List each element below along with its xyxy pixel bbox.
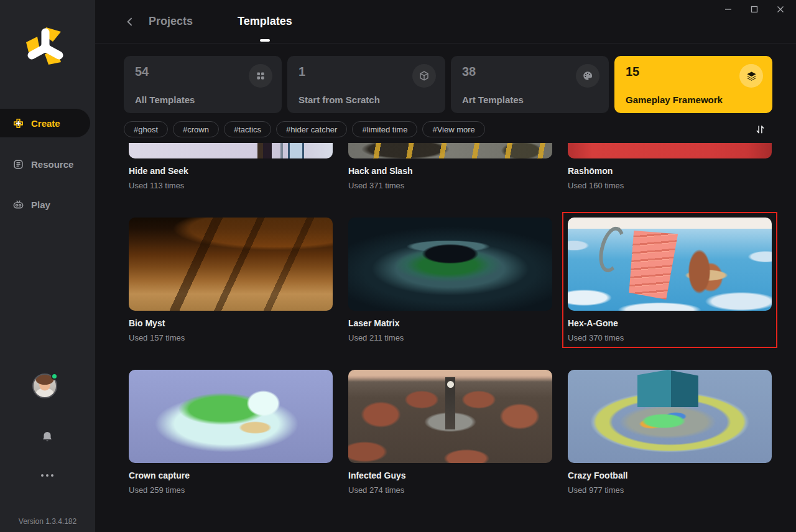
resource-box-icon	[12, 158, 24, 170]
template-title: Rashōmon	[568, 166, 772, 176]
template-thumbnail	[348, 218, 552, 311]
template-used-count: Used 370 times	[568, 333, 772, 342]
template-card-hack-slash[interactable]: Hack and Slash Used 371 times	[348, 143, 552, 190]
tag-chip-view-more[interactable]: #View more	[422, 121, 484, 137]
template-used-count: Used 211 times	[348, 333, 552, 342]
template-title: Crazy Football	[568, 470, 772, 480]
template-title: Hex-A-Gone	[568, 318, 772, 328]
filter-card-art-templates[interactable]: 38 Art Templates	[451, 56, 609, 113]
sidebar: Create Resource Play Version 1.3.4.182	[0, 0, 95, 532]
grid-icon	[249, 64, 272, 88]
template-used-count: Used 113 times	[129, 181, 333, 190]
app-logo-icon	[24, 26, 67, 70]
template-title: Hack and Slash	[348, 166, 552, 176]
minimize-icon	[724, 6, 732, 13]
maximize-button[interactable]	[741, 2, 767, 17]
filter-label: All Templates	[135, 94, 195, 105]
minimize-button[interactable]	[715, 2, 741, 17]
sidebar-item-label: Resource	[31, 159, 73, 170]
template-card-crazy-football[interactable]: Crazy Football Used 977 times	[568, 370, 772, 495]
tab-projects[interactable]: Projects	[149, 0, 193, 44]
notifications-button[interactable]	[38, 428, 57, 446]
template-card-bio-myst[interactable]: Bio Myst Used 157 times	[129, 218, 333, 342]
filter-card-all-templates[interactable]: 54 All Templates	[124, 56, 282, 113]
app-window: Create Resource Play Version 1.3.4.182	[0, 0, 796, 532]
top-navigation: Projects Templates	[95, 0, 796, 44]
tab-templates[interactable]: Templates	[238, 0, 292, 44]
sidebar-item-resource[interactable]: Resource	[0, 150, 90, 178]
template-card-hex-a-gone[interactable]: Hex-A-Gone Used 370 times	[568, 218, 772, 342]
template-thumbnail	[568, 143, 772, 158]
template-title: Crown capture	[129, 470, 333, 480]
sort-arrows-icon	[754, 124, 766, 135]
user-avatar[interactable]	[32, 374, 57, 398]
create-plus-icon	[12, 117, 24, 129]
template-thumbnail	[348, 143, 552, 158]
content-area: 54 All Templates 1 Start from Scratch 38…	[95, 56, 796, 495]
template-thumbnail	[348, 370, 552, 463]
template-title: Bio Myst	[129, 318, 333, 328]
close-icon	[777, 6, 784, 13]
tag-chip-ghost[interactable]: #ghost	[124, 121, 168, 137]
template-used-count: Used 371 times	[348, 181, 552, 190]
template-card-hide-seek[interactable]: Hide and Seek Used 113 times	[129, 143, 333, 190]
template-title: Hide and Seek	[129, 166, 333, 176]
active-tab-indicator	[260, 39, 270, 42]
chevron-left-icon	[124, 16, 136, 28]
template-used-count: Used 274 times	[348, 485, 552, 495]
more-options-button[interactable]	[35, 470, 60, 480]
tag-chip-crown[interactable]: #crown	[173, 121, 219, 137]
back-button[interactable]	[123, 14, 137, 29]
template-used-count: Used 157 times	[129, 333, 333, 342]
template-used-count: Used 160 times	[568, 181, 772, 190]
template-card-crown-capture[interactable]: Crown capture Used 259 times	[129, 370, 333, 495]
cube-icon	[412, 64, 436, 88]
version-label: Version 1.3.4.182	[0, 517, 95, 526]
template-thumbnail	[129, 218, 333, 311]
play-goggles-icon	[12, 199, 24, 211]
ellipsis-icon	[41, 474, 44, 477]
layers-icon	[739, 64, 763, 88]
tag-chip-limited-time[interactable]: #limited time	[352, 121, 417, 137]
tag-chip-hider-catcher[interactable]: #hider catcher	[276, 121, 347, 137]
palette-icon	[576, 64, 599, 88]
filter-card-row: 54 All Templates 1 Start from Scratch 38…	[124, 56, 796, 113]
template-card-infected-guys[interactable]: Infected Guys Used 274 times	[348, 370, 552, 495]
sidebar-item-label: Create	[31, 118, 60, 129]
window-controls	[715, 2, 794, 17]
tab-bar: Projects Templates	[149, 0, 292, 44]
filter-label: Art Templates	[462, 94, 524, 105]
bell-icon	[40, 430, 54, 444]
template-grid: Hide and Seek Used 113 times Hack and Sl…	[129, 143, 772, 495]
template-thumbnail	[129, 143, 333, 158]
sidebar-item-label: Play	[31, 200, 50, 210]
template-used-count: Used 259 times	[129, 485, 333, 495]
template-card-laser-matrix[interactable]: Laser Matrix Used 211 times	[348, 218, 552, 342]
online-status-dot	[51, 373, 58, 380]
tag-chip-tactics[interactable]: #tactics	[224, 121, 271, 137]
template-thumbnail	[568, 218, 772, 311]
sidebar-item-create[interactable]: Create	[0, 109, 90, 137]
template-thumbnail	[568, 370, 772, 463]
template-title: Infected Guys	[348, 470, 552, 480]
filter-label: Gameplay Framework	[626, 94, 723, 105]
template-card-rashomon[interactable]: Rashōmon Used 160 times	[568, 143, 772, 190]
template-used-count: Used 977 times	[568, 485, 772, 495]
filter-card-start-from-scratch[interactable]: 1 Start from Scratch	[287, 56, 445, 113]
main-area: Projects Templates	[95, 0, 796, 532]
template-title: Laser Matrix	[348, 318, 552, 328]
tag-chips: #ghost#crown#tactics#hider catcher#limit…	[124, 121, 485, 137]
maximize-icon	[751, 6, 758, 13]
sort-button[interactable]	[752, 122, 767, 137]
tag-filter-row: #ghost#crown#tactics#hider catcher#limit…	[124, 121, 796, 137]
filter-label: Start from Scratch	[298, 94, 380, 105]
close-button[interactable]	[767, 2, 794, 17]
template-thumbnail	[129, 370, 333, 463]
sidebar-item-play[interactable]: Play	[0, 190, 90, 219]
filter-card-gameplay-framework[interactable]: 15 Gameplay Framework	[614, 56, 772, 113]
